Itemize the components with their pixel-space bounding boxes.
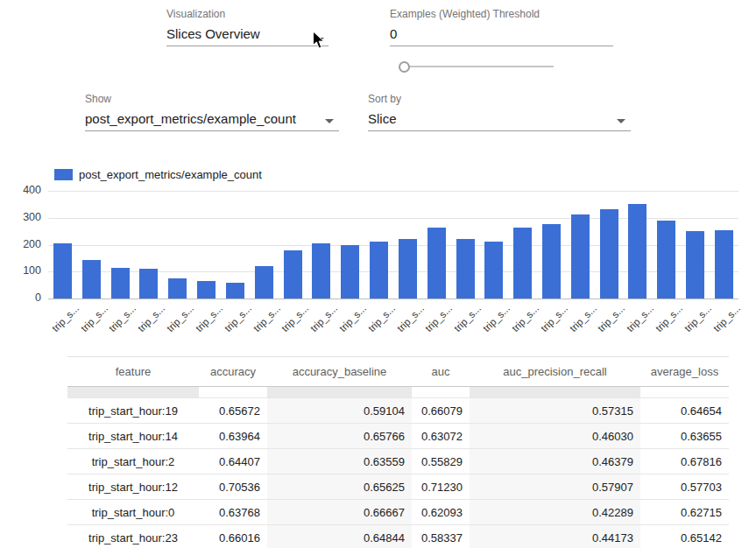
visualization-select-value[interactable]: Slices Overview <box>166 26 260 41</box>
bar-slot: trip_s... <box>48 191 77 299</box>
column-header-accuracy_baseline[interactable]: accuracy_baseline <box>267 357 412 387</box>
metric-cell[interactable]: 0.66079 <box>412 398 470 424</box>
bar[interactable] <box>341 245 359 299</box>
x-axis-label: trip_s... <box>279 303 310 334</box>
metric-cell[interactable]: 0.46379 <box>470 449 640 474</box>
metric-cell[interactable]: 0.63768 <box>199 500 267 525</box>
threshold-slider-track[interactable] <box>399 66 554 67</box>
feature-cell[interactable]: trip_start_hour:2 <box>67 449 199 474</box>
filter-cell-average_loss[interactable] <box>640 387 729 398</box>
x-axis-label: trip_s... <box>682 303 713 334</box>
threshold-input[interactable]: 0 <box>390 26 397 41</box>
bar[interactable] <box>82 260 101 299</box>
metric-cell[interactable]: 0.57315 <box>470 398 640 424</box>
bar[interactable] <box>600 209 618 299</box>
bar[interactable] <box>427 228 446 299</box>
bar[interactable] <box>542 224 561 299</box>
legend-label: post_export_metrics/example_count <box>79 168 262 181</box>
bar[interactable] <box>139 269 158 299</box>
metric-cell[interactable]: 0.71230 <box>412 474 470 500</box>
metric-cell[interactable]: 0.57907 <box>470 474 640 500</box>
bar-slot: trip_s... <box>393 191 422 299</box>
x-axis-label: trip_s... <box>194 303 224 334</box>
metric-cell[interactable]: 0.67816 <box>640 449 729 474</box>
filter-cell-feature[interactable] <box>67 387 199 398</box>
bar[interactable] <box>111 268 130 299</box>
feature-cell[interactable]: trip_start_hour:19 <box>67 398 199 424</box>
bar[interactable] <box>370 242 388 299</box>
bar[interactable] <box>513 228 532 299</box>
bar-slot: trip_s... <box>163 191 192 299</box>
bar[interactable] <box>197 281 215 299</box>
filter-cell-auc_precision_recall[interactable] <box>470 387 640 398</box>
x-axis-label: trip_s... <box>308 303 339 334</box>
feature-cell[interactable]: trip_start_hour:14 <box>67 424 199 449</box>
metric-cell[interactable]: 0.62093 <box>412 500 470 525</box>
feature-cell[interactable]: trip_start_hour:23 <box>67 525 199 548</box>
metric-cell[interactable]: 0.64844 <box>267 525 412 548</box>
bar-slot: trip_s... <box>192 191 221 299</box>
bar[interactable] <box>628 204 646 299</box>
column-header-accuracy[interactable]: accuracy <box>199 357 267 387</box>
feature-cell[interactable]: trip_start_hour:12 <box>67 474 199 500</box>
metric-cell[interactable]: 0.55829 <box>412 449 470 474</box>
bar-slot: trip_s... <box>279 191 307 299</box>
metric-cell[interactable]: 0.62715 <box>640 500 729 525</box>
column-header-auc[interactable]: auc <box>412 357 470 387</box>
metric-cell[interactable]: 0.65142 <box>640 525 729 548</box>
column-header-auc_precision_recall[interactable]: auc_precision_recall <box>470 357 640 387</box>
bar[interactable] <box>284 250 302 299</box>
metric-cell[interactable]: 0.66667 <box>267 500 412 525</box>
mouse-cursor <box>312 31 325 53</box>
metric-cell[interactable]: 0.63072 <box>412 424 470 449</box>
legend-swatch <box>54 169 73 180</box>
metric-cell[interactable]: 0.64654 <box>640 398 729 424</box>
metric-cell[interactable]: 0.63559 <box>267 449 412 474</box>
sort-by-select-value[interactable]: Slice <box>368 111 397 126</box>
bar[interactable] <box>53 243 72 299</box>
sort-by-dropdown-arrow-icon[interactable] <box>617 119 625 123</box>
filter-cell-auc[interactable] <box>412 387 470 398</box>
x-axis-label: trip_s... <box>50 303 81 334</box>
bar[interactable] <box>715 230 733 299</box>
x-axis-label: trip_s... <box>223 303 253 334</box>
bar[interactable] <box>571 214 590 299</box>
show-select-value[interactable]: post_export_metrics/example_count <box>85 111 296 126</box>
threshold-slider-thumb[interactable] <box>399 61 410 73</box>
metric-cell[interactable]: 0.66016 <box>199 525 267 548</box>
metric-cell[interactable]: 0.65625 <box>267 474 412 500</box>
feature-cell[interactable]: trip_start_hour:0 <box>67 500 199 525</box>
bar-slot: trip_s... <box>681 191 710 299</box>
metric-cell[interactable]: 0.63655 <box>640 424 729 449</box>
bar[interactable] <box>456 239 475 299</box>
filter-cell-accuracy[interactable] <box>199 387 267 398</box>
bar[interactable] <box>226 283 244 299</box>
column-header-average_loss[interactable]: average_loss <box>640 357 729 387</box>
bar[interactable] <box>657 221 675 299</box>
metric-cell[interactable]: 0.44173 <box>470 525 640 548</box>
bar-series: trip_s...trip_s...trip_s...trip_s...trip… <box>48 191 738 299</box>
metric-cell[interactable]: 0.57703 <box>640 474 729 500</box>
metric-cell[interactable]: 0.70536 <box>199 474 267 500</box>
column-header-feature[interactable]: feature <box>67 357 199 387</box>
x-axis-label: trip_s... <box>79 303 110 334</box>
bar[interactable] <box>168 278 187 299</box>
sort-by-select-underline <box>368 130 631 131</box>
bar[interactable] <box>312 243 330 299</box>
metric-cell[interactable]: 0.59104 <box>267 398 412 424</box>
bar-slot: trip_s... <box>307 191 336 299</box>
metric-cell[interactable]: 0.58337 <box>412 525 470 548</box>
show-dropdown-arrow-icon[interactable] <box>325 119 334 123</box>
bar[interactable] <box>255 266 273 299</box>
filter-cell-accuracy_baseline[interactable] <box>267 387 412 398</box>
y-axis-tick-label: 300 <box>0 211 41 223</box>
metric-cell[interactable]: 0.63964 <box>199 424 267 449</box>
metric-cell[interactable]: 0.46030 <box>470 424 640 449</box>
bar[interactable] <box>484 242 503 299</box>
metric-cell[interactable]: 0.64407 <box>199 449 267 474</box>
metric-cell[interactable]: 0.65766 <box>267 424 412 449</box>
metric-cell[interactable]: 0.65672 <box>199 398 267 424</box>
bar[interactable] <box>399 239 417 299</box>
metric-cell[interactable]: 0.42289 <box>470 500 640 525</box>
bar[interactable] <box>686 231 704 299</box>
